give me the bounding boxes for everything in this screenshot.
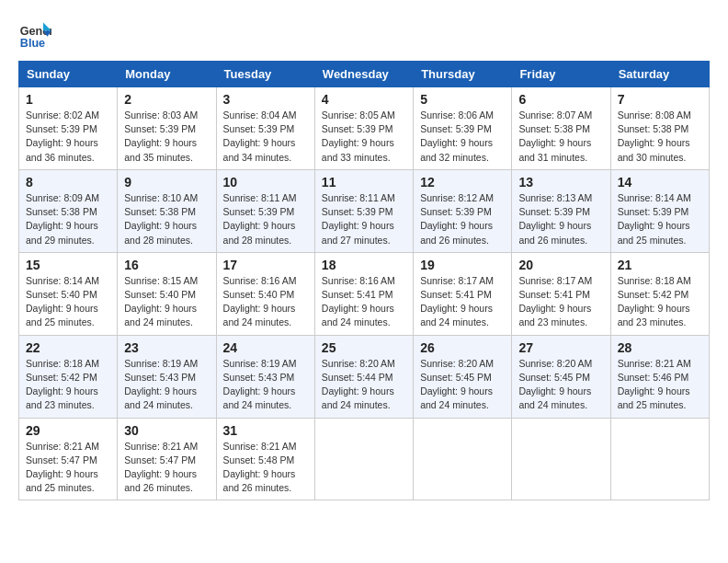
day-number: 23 (124, 340, 209, 355)
day-number: 30 (124, 423, 209, 438)
day-number: 18 (322, 258, 406, 272)
day-number: 28 (618, 340, 702, 355)
day-number: 7 (618, 92, 702, 107)
day-info: Sunrise: 8:08 AM Sunset: 5:38 PM Dayligh… (618, 109, 702, 165)
calendar-cell: 12Sunrise: 8:12 AM Sunset: 5:39 PM Dayli… (414, 169, 512, 252)
day-info: Sunrise: 8:21 AM Sunset: 5:46 PM Dayligh… (618, 357, 702, 413)
calendar-cell: 18Sunrise: 8:16 AM Sunset: 5:41 PM Dayli… (314, 252, 413, 335)
day-info: Sunrise: 8:12 AM Sunset: 5:39 PM Dayligh… (420, 191, 505, 247)
day-info: Sunrise: 8:19 AM Sunset: 5:43 PM Dayligh… (124, 357, 209, 413)
day-number: 5 (420, 92, 505, 107)
day-number: 9 (124, 175, 209, 190)
day-info: Sunrise: 8:20 AM Sunset: 5:45 PM Dayligh… (420, 357, 505, 413)
day-info: Sunrise: 8:11 AM Sunset: 5:39 PM Dayligh… (322, 191, 406, 247)
weekday-header-wednesday: Wednesday (314, 62, 413, 87)
day-number: 1 (26, 92, 110, 107)
day-info: Sunrise: 8:17 AM Sunset: 5:41 PM Dayligh… (420, 274, 505, 330)
calendar-cell: 22Sunrise: 8:18 AM Sunset: 5:42 PM Dayli… (19, 335, 118, 418)
day-number: 31 (223, 423, 308, 438)
day-number: 14 (618, 175, 702, 190)
calendar-cell: 29Sunrise: 8:21 AM Sunset: 5:47 PM Dayli… (19, 418, 118, 500)
day-number: 3 (223, 92, 308, 107)
calendar-cell: 5Sunrise: 8:06 AM Sunset: 5:39 PM Daylig… (414, 87, 512, 170)
day-number: 8 (26, 175, 110, 190)
calendar-header-row: SundayMondayTuesdayWednesdayThursdayFrid… (19, 62, 710, 87)
page-header: General Blue (18, 18, 710, 52)
day-number: 10 (223, 175, 308, 190)
weekday-header-thursday: Thursday (414, 62, 512, 87)
day-number: 27 (518, 340, 603, 355)
day-number: 26 (420, 340, 505, 355)
day-info: Sunrise: 8:09 AM Sunset: 5:38 PM Dayligh… (26, 191, 110, 247)
day-number: 21 (618, 258, 702, 272)
weekday-header-monday: Monday (118, 62, 216, 87)
calendar-table: SundayMondayTuesdayWednesdayThursdayFrid… (18, 61, 710, 500)
day-info: Sunrise: 8:14 AM Sunset: 5:39 PM Dayligh… (618, 191, 702, 247)
day-info: Sunrise: 8:02 AM Sunset: 5:39 PM Dayligh… (26, 109, 110, 165)
day-info: Sunrise: 8:06 AM Sunset: 5:39 PM Dayligh… (420, 109, 505, 165)
calendar-cell: 10Sunrise: 8:11 AM Sunset: 5:39 PM Dayli… (216, 169, 314, 252)
day-info: Sunrise: 8:18 AM Sunset: 5:42 PM Dayligh… (26, 357, 110, 413)
calendar-cell (512, 418, 610, 500)
calendar-cell: 16Sunrise: 8:15 AM Sunset: 5:40 PM Dayli… (118, 252, 216, 335)
calendar-cell: 15Sunrise: 8:14 AM Sunset: 5:40 PM Dayli… (19, 252, 118, 335)
day-number: 2 (124, 92, 209, 107)
day-info: Sunrise: 8:21 AM Sunset: 5:47 PM Dayligh… (26, 440, 110, 496)
calendar-cell: 11Sunrise: 8:11 AM Sunset: 5:39 PM Dayli… (314, 169, 413, 252)
day-number: 20 (518, 258, 603, 272)
day-number: 4 (322, 92, 406, 107)
day-number: 12 (420, 175, 505, 190)
day-info: Sunrise: 8:07 AM Sunset: 5:38 PM Dayligh… (518, 109, 603, 165)
day-info: Sunrise: 8:16 AM Sunset: 5:41 PM Dayligh… (322, 274, 406, 330)
weekday-header-sunday: Sunday (19, 62, 118, 87)
svg-text:Blue: Blue (20, 37, 45, 50)
day-info: Sunrise: 8:21 AM Sunset: 5:48 PM Dayligh… (223, 440, 308, 496)
calendar-cell: 9Sunrise: 8:10 AM Sunset: 5:38 PM Daylig… (118, 169, 216, 252)
day-info: Sunrise: 8:04 AM Sunset: 5:39 PM Dayligh… (223, 109, 308, 165)
day-info: Sunrise: 8:11 AM Sunset: 5:39 PM Dayligh… (223, 191, 308, 247)
calendar-cell: 31Sunrise: 8:21 AM Sunset: 5:48 PM Dayli… (216, 418, 314, 500)
day-info: Sunrise: 8:03 AM Sunset: 5:39 PM Dayligh… (124, 109, 209, 165)
calendar-cell: 7Sunrise: 8:08 AM Sunset: 5:38 PM Daylig… (610, 87, 709, 170)
calendar-cell: 13Sunrise: 8:13 AM Sunset: 5:39 PM Dayli… (512, 169, 610, 252)
day-info: Sunrise: 8:16 AM Sunset: 5:40 PM Dayligh… (223, 274, 308, 330)
day-number: 6 (518, 92, 603, 107)
calendar-cell: 21Sunrise: 8:18 AM Sunset: 5:42 PM Dayli… (610, 252, 709, 335)
day-info: Sunrise: 8:19 AM Sunset: 5:43 PM Dayligh… (223, 357, 308, 413)
calendar-cell: 3Sunrise: 8:04 AM Sunset: 5:39 PM Daylig… (216, 87, 314, 170)
day-number: 11 (322, 175, 406, 190)
calendar-cell: 30Sunrise: 8:21 AM Sunset: 5:47 PM Dayli… (118, 418, 216, 500)
day-number: 29 (26, 423, 110, 438)
calendar-week-row: 15Sunrise: 8:14 AM Sunset: 5:40 PM Dayli… (19, 252, 710, 335)
calendar-cell (610, 418, 709, 500)
weekday-header-friday: Friday (512, 62, 610, 87)
logo-icon: General Blue (18, 18, 51, 52)
calendar-cell: 23Sunrise: 8:19 AM Sunset: 5:43 PM Dayli… (118, 335, 216, 418)
calendar-cell: 28Sunrise: 8:21 AM Sunset: 5:46 PM Dayli… (610, 335, 709, 418)
weekday-header-saturday: Saturday (610, 62, 709, 87)
day-info: Sunrise: 8:13 AM Sunset: 5:39 PM Dayligh… (518, 191, 603, 247)
day-info: Sunrise: 8:05 AM Sunset: 5:39 PM Dayligh… (322, 109, 406, 165)
calendar-cell: 27Sunrise: 8:20 AM Sunset: 5:45 PM Dayli… (512, 335, 610, 418)
day-info: Sunrise: 8:20 AM Sunset: 5:44 PM Dayligh… (322, 357, 406, 413)
calendar-cell: 26Sunrise: 8:20 AM Sunset: 5:45 PM Dayli… (414, 335, 512, 418)
calendar-week-row: 8Sunrise: 8:09 AM Sunset: 5:38 PM Daylig… (19, 169, 710, 252)
day-number: 24 (223, 340, 308, 355)
day-info: Sunrise: 8:14 AM Sunset: 5:40 PM Dayligh… (26, 274, 110, 330)
calendar-cell: 6Sunrise: 8:07 AM Sunset: 5:38 PM Daylig… (512, 87, 610, 170)
calendar-cell: 2Sunrise: 8:03 AM Sunset: 5:39 PM Daylig… (118, 87, 216, 170)
day-number: 17 (223, 258, 308, 272)
calendar-week-row: 22Sunrise: 8:18 AM Sunset: 5:42 PM Dayli… (19, 335, 710, 418)
day-number: 22 (26, 340, 110, 355)
calendar-week-row: 1Sunrise: 8:02 AM Sunset: 5:39 PM Daylig… (19, 87, 710, 170)
day-info: Sunrise: 8:20 AM Sunset: 5:45 PM Dayligh… (518, 357, 603, 413)
day-info: Sunrise: 8:21 AM Sunset: 5:47 PM Dayligh… (124, 440, 209, 496)
calendar-cell: 1Sunrise: 8:02 AM Sunset: 5:39 PM Daylig… (19, 87, 118, 170)
day-info: Sunrise: 8:15 AM Sunset: 5:40 PM Dayligh… (124, 274, 209, 330)
day-info: Sunrise: 8:18 AM Sunset: 5:42 PM Dayligh… (618, 274, 702, 330)
day-info: Sunrise: 8:10 AM Sunset: 5:38 PM Dayligh… (124, 191, 209, 247)
day-number: 15 (26, 258, 110, 272)
day-number: 16 (124, 258, 209, 272)
calendar-cell (414, 418, 512, 500)
calendar-cell: 25Sunrise: 8:20 AM Sunset: 5:44 PM Dayli… (314, 335, 413, 418)
